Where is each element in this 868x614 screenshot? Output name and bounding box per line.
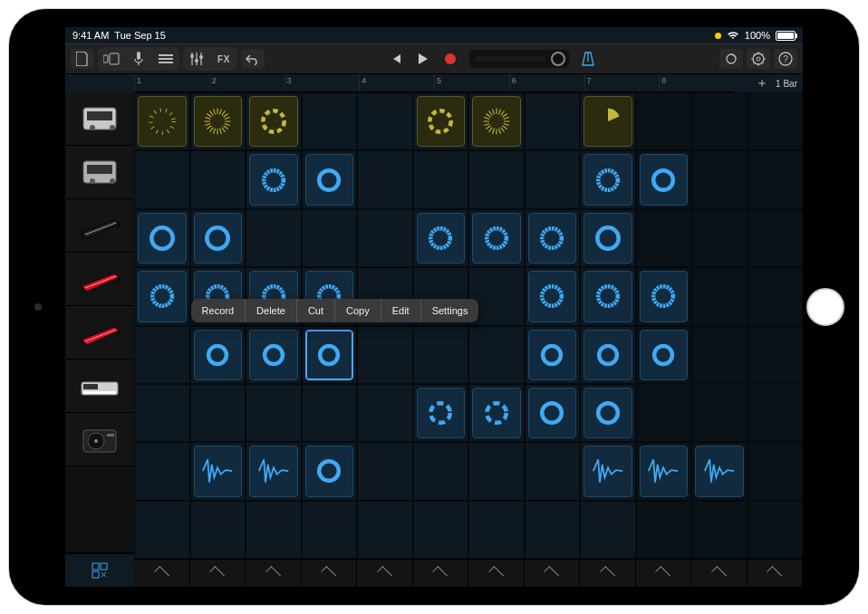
loop-cell[interactable] [525, 384, 581, 442]
loop-cell[interactable] [190, 150, 246, 208]
loop-cell[interactable] [691, 267, 747, 325]
loop-cell[interactable] [580, 501, 636, 559]
loop-clip[interactable] [528, 388, 577, 438]
loop-cell[interactable] [302, 384, 358, 442]
loop-cell[interactable] [468, 92, 525, 150]
loop-clip[interactable] [249, 330, 298, 380]
loop-cell[interactable] [413, 209, 469, 267]
loop-cell[interactable] [357, 209, 413, 267]
loop-clip[interactable] [583, 330, 632, 380]
loop-clip[interactable] [583, 213, 632, 264]
loop-cell[interactable] [691, 92, 747, 150]
metronome-button[interactable] [576, 49, 600, 69]
undo-button[interactable] [241, 49, 265, 69]
loop-cell[interactable] [580, 92, 636, 150]
loop-cell[interactable] [468, 384, 525, 442]
loop-cell[interactable] [691, 209, 747, 267]
loop-cell[interactable] [413, 501, 469, 559]
loop-clip[interactable] [640, 271, 689, 321]
loop-cell[interactable] [468, 442, 525, 500]
loop-clip[interactable] [472, 96, 521, 147]
browser-button[interactable] [100, 49, 123, 69]
context-menu-delete[interactable]: Delete [246, 299, 297, 322]
loop-cell[interactable] [636, 209, 692, 267]
loop-cell[interactable] [134, 150, 190, 208]
loop-cell[interactable] [691, 501, 747, 559]
loop-clip[interactable] [194, 446, 243, 496]
loop-cell[interactable] [525, 150, 581, 208]
loop-cell[interactable] [636, 150, 692, 208]
column-trigger[interactable] [468, 560, 525, 587]
loop-cell[interactable] [580, 150, 636, 208]
record-button[interactable] [439, 49, 462, 69]
master-volume-slider[interactable] [469, 50, 569, 68]
loop-cell[interactable] [302, 442, 358, 500]
loop-cell[interactable] [691, 326, 747, 384]
loop-cell[interactable] [190, 442, 246, 500]
loop-clip[interactable] [640, 154, 689, 205]
loop-clip[interactable] [583, 388, 632, 438]
loop-clip[interactable] [583, 446, 632, 496]
loop-cell[interactable] [302, 92, 358, 150]
column-trigger[interactable] [525, 560, 581, 587]
loop-clip[interactable] [194, 213, 243, 264]
context-menu-copy[interactable]: Copy [335, 299, 381, 322]
loop-clip[interactable] [249, 446, 298, 496]
loop-cell[interactable] [747, 92, 804, 150]
loop-cell[interactable] [357, 384, 413, 442]
loop-clip[interactable] [417, 388, 466, 438]
loop-cell[interactable] [190, 92, 246, 150]
play-button[interactable] [411, 49, 435, 69]
column-trigger[interactable] [691, 560, 747, 587]
track-header-drum-machine-1[interactable] [65, 92, 134, 146]
loop-cell[interactable] [357, 150, 413, 208]
loop-clip[interactable] [249, 154, 298, 205]
column-trigger[interactable] [747, 560, 804, 587]
loop-clip[interactable] [138, 271, 187, 321]
my-songs-button[interactable] [71, 49, 94, 69]
loop-cell[interactable] [190, 501, 246, 559]
loop-cell[interactable] [134, 92, 190, 150]
tracks-view-button[interactable] [154, 49, 178, 69]
microphone-button[interactable] [127, 49, 150, 69]
loop-cell[interactable] [636, 267, 692, 325]
context-menu-cut[interactable]: Cut [297, 299, 335, 322]
loop-cell[interactable] [747, 326, 804, 384]
track-header-drum-machine-2[interactable] [65, 146, 134, 199]
loop-cell[interactable] [413, 384, 469, 442]
loop-clip[interactable] [417, 213, 466, 264]
loop-cell[interactable] [525, 442, 581, 500]
column-trigger[interactable] [636, 560, 692, 587]
loop-cell[interactable] [302, 150, 358, 208]
loop-cell[interactable] [413, 150, 469, 208]
track-header-keyboard-1[interactable] [65, 199, 134, 253]
column-trigger[interactable] [580, 560, 636, 587]
loop-cell[interactable] [691, 150, 747, 208]
loop-cell[interactable] [413, 442, 469, 500]
grid-edit-button[interactable] [65, 553, 134, 587]
loop-browser-button[interactable] [719, 49, 743, 69]
loop-clip[interactable] [305, 154, 354, 205]
column-trigger[interactable] [134, 560, 190, 587]
loop-cell[interactable] [190, 326, 246, 384]
loop-cell[interactable] [580, 384, 636, 442]
loop-cell[interactable] [413, 326, 469, 384]
loop-cell[interactable] [134, 209, 190, 267]
loop-clip[interactable] [695, 446, 744, 496]
loop-cell[interactable] [246, 442, 302, 500]
loop-cell[interactable] [691, 442, 747, 500]
loop-cell[interactable] [468, 150, 525, 208]
column-trigger[interactable] [246, 560, 302, 587]
loop-clip[interactable] [528, 271, 577, 321]
track-header-turntable[interactable] [65, 413, 134, 466]
loop-clip[interactable] [305, 330, 354, 380]
fx-button[interactable]: FX [212, 49, 236, 69]
home-button[interactable] [806, 288, 844, 326]
loop-cell[interactable] [636, 442, 692, 500]
loop-cell[interactable] [525, 326, 581, 384]
loop-cell[interactable] [302, 326, 358, 384]
mixer-button[interactable] [185, 49, 208, 69]
loop-clip[interactable] [472, 388, 521, 438]
loop-cell[interactable] [246, 326, 302, 384]
ruler[interactable]: 12345678 [134, 74, 734, 92]
